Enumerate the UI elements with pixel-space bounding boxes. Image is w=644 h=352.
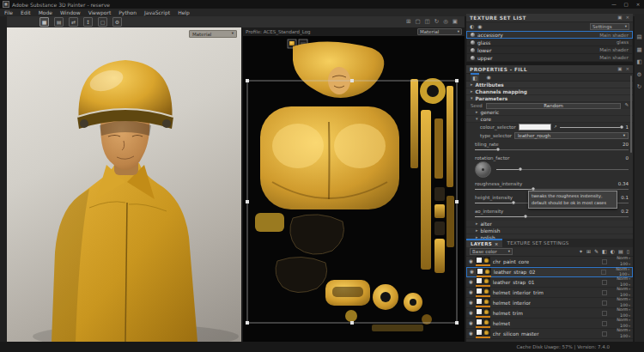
- section-attributes[interactable]: ▸ Attributes: [466, 82, 633, 88]
- properties-scrollbar[interactable]: [630, 76, 632, 153]
- visibility-eye-icon[interactable]: ◉: [469, 331, 473, 337]
- layer-mask-thumbnail[interactable]: [476, 277, 483, 284]
- visibility-eye-icon[interactable]: ◉: [469, 280, 473, 285]
- texture-set-list-header[interactable]: TEXTURE SET LIST ▣ ×: [466, 14, 633, 22]
- viewport3d-material-dropdown[interactable]: Material ▾: [189, 30, 237, 38]
- visibility-eye-icon[interactable]: ◉: [469, 259, 473, 264]
- menu-file[interactable]: File: [4, 9, 13, 15]
- layer-row-helmet-trim[interactable]: ◉ helmet_trim Norm 100: [466, 308, 633, 319]
- visibility-eye-icon[interactable]: ◉: [469, 290, 473, 295]
- minimize-button[interactable]: —: [608, 0, 620, 9]
- menu-mode[interactable]: Mode: [39, 9, 52, 15]
- layer-row-leather-strap-02[interactable]: ◉ leather_strap_02 Norm 100: [466, 267, 633, 277]
- colour-intensity-slider[interactable]: [560, 125, 622, 130]
- texture-set-row-glass[interactable]: glass glass: [466, 39, 633, 46]
- texture-set-row-lower[interactable]: lower Main shader: [466, 46, 633, 54]
- popout-icon[interactable]: ▣: [617, 67, 622, 72]
- layer-thumbnail[interactable]: [483, 288, 490, 294]
- layer-thumbnail[interactable]: [483, 308, 490, 315]
- layer-row-helmet-interior-trim[interactable]: ◉ helmet_interior_trim Norm 100: [466, 288, 633, 298]
- popout-icon[interactable]: ▣: [617, 15, 622, 21]
- tiling-rate-slider[interactable]: [475, 148, 629, 152]
- titlebar[interactable]: ▦ Adobe Substance 3D Painter - reserve —…: [0, 0, 644, 9]
- maximize-button[interactable]: ▢: [620, 0, 632, 9]
- layer-row-leather-strap-01[interactable]: ◉ leather_strap_01 Norm 100: [466, 277, 633, 288]
- layers-panel-icon[interactable]: ▦: [636, 47, 641, 53]
- layer-link-toggle[interactable]: [602, 290, 607, 295]
- close-icon[interactable]: ×: [625, 67, 629, 72]
- close-tab-icon[interactable]: ×: [495, 242, 499, 246]
- section-blemish[interactable]: ▸ blemish: [466, 228, 633, 234]
- orbit-camera-icon[interactable]: ↻: [434, 19, 439, 25]
- add-effect-icon[interactable]: ✦: [579, 249, 583, 254]
- layer-mask-thumbnail[interactable]: [476, 319, 483, 325]
- properties-header[interactable]: PROPERTIES - FILL ▣ ×: [466, 65, 633, 74]
- viewport-settings-icon[interactable]: ⚙: [112, 17, 122, 27]
- edit-seed-icon[interactable]: ✎: [624, 103, 629, 108]
- layer-mask-thumbnail[interactable]: [477, 268, 483, 275]
- section-core[interactable]: ▾ core: [466, 116, 633, 123]
- camera-settings-icon[interactable]: ▣: [453, 19, 458, 25]
- layer-thumbnail[interactable]: [483, 277, 490, 284]
- layer-row-chr-paint-core[interactable]: ◉ chr_paint_core Norm 100: [466, 257, 633, 267]
- menu-window[interactable]: Window: [60, 9, 81, 15]
- layer-thumbnail[interactable]: [484, 268, 491, 275]
- layer-link-toggle[interactable]: [602, 311, 607, 316]
- solo-mode-icon[interactable]: ◐: [470, 24, 474, 29]
- uv-reposition-icon[interactable]: ▤: [54, 17, 64, 27]
- layer-thumbnail[interactable]: [483, 257, 490, 264]
- layer-link-toggle[interactable]: [602, 321, 607, 326]
- swap-views-icon[interactable]: ⇄: [69, 17, 78, 27]
- layer-link-toggle[interactable]: [601, 270, 606, 275]
- colour-swatch[interactable]: [519, 124, 551, 130]
- tab-layers[interactable]: LAYERS ×: [466, 239, 502, 247]
- random-seed-button[interactable]: Random: [486, 103, 622, 109]
- layer-mask-thumbnail[interactable]: [476, 257, 483, 264]
- layer-link-toggle[interactable]: [602, 259, 607, 264]
- close-icon[interactable]: ×: [625, 15, 629, 21]
- menu-edit[interactable]: Edit: [21, 9, 31, 15]
- menu-python[interactable]: Python: [118, 9, 137, 15]
- layer-row-helmet[interactable]: ◉ helmet Norm 100: [466, 319, 633, 329]
- add-layer-icon[interactable]: ⊞: [586, 249, 591, 254]
- texture-set-row-upper[interactable]: upper Main shader: [466, 54, 633, 62]
- layer-mask-thumbnail[interactable]: [476, 308, 483, 315]
- transform-tool-icon[interactable]: ▦: [39, 17, 49, 27]
- layer-row-chr-silicon-master[interactable]: ◉ chr_silicon_master Norm 100: [466, 329, 633, 339]
- texture-set-settings-dropdown[interactable]: Settings ▾: [590, 23, 629, 30]
- add-paint-layer-icon[interactable]: ✎: [594, 249, 598, 254]
- display-settings-icon[interactable]: ◧: [636, 59, 641, 65]
- section-generic[interactable]: ▸ generic: [466, 109, 633, 116]
- menu-javascript[interactable]: JavaScript: [144, 9, 170, 15]
- tab-texture-set-settings[interactable]: TEXTURE SET SETTINGS: [502, 239, 573, 247]
- channel-filter-dropdown[interactable]: Base color ▾: [470, 248, 513, 255]
- snap-icon[interactable]: ⊞: [406, 19, 410, 25]
- layer-mask-thumbnail[interactable]: [476, 329, 483, 336]
- visibility-eye-icon[interactable]: ◉: [469, 300, 473, 306]
- type-selector-dropdown[interactable]: leather_rough ▾: [514, 132, 629, 139]
- ao-intensity-slider[interactable]: [475, 215, 629, 219]
- colour-picker-icon[interactable]: ↗: [554, 125, 557, 130]
- opacity-field[interactable]: 100: [620, 334, 630, 340]
- visibility-eye-icon[interactable]: ◉: [469, 311, 473, 316]
- section-channels-mapping[interactable]: ▸ Channels mapping: [466, 88, 633, 95]
- layer-mask-thumbnail[interactable]: [476, 288, 483, 294]
- history-panel-icon[interactable]: ↻: [637, 84, 641, 90]
- shader-settings-icon[interactable]: ⚙: [637, 72, 642, 78]
- layer-link-toggle[interactable]: [602, 300, 607, 306]
- stroke-mode-icon[interactable]: ◉: [484, 74, 493, 81]
- visibility-icon[interactable]: ◉: [477, 24, 482, 29]
- layer-thumbnail[interactable]: [483, 298, 490, 305]
- viewport-3d[interactable]: Material ▾: [7, 27, 241, 342]
- rotation-dial[interactable]: [475, 161, 491, 178]
- visibility-eye-icon[interactable]: ◉: [470, 270, 474, 275]
- section-alter[interactable]: ▸ alter: [466, 221, 633, 228]
- layer-link-toggle[interactable]: [602, 280, 607, 285]
- add-smart-material-icon[interactable]: ◐: [611, 249, 615, 254]
- material-mode-icon[interactable]: ◧: [471, 73, 479, 82]
- layer-row-helmet-interior[interactable]: ◉ helmet_interior Norm 100: [466, 298, 633, 308]
- add-folder-icon[interactable]: ▤: [618, 249, 623, 254]
- rotation-slider[interactable]: [496, 167, 629, 172]
- focus-target-icon[interactable]: ◎: [443, 19, 448, 25]
- menu-viewport[interactable]: Viewport: [88, 9, 112, 15]
